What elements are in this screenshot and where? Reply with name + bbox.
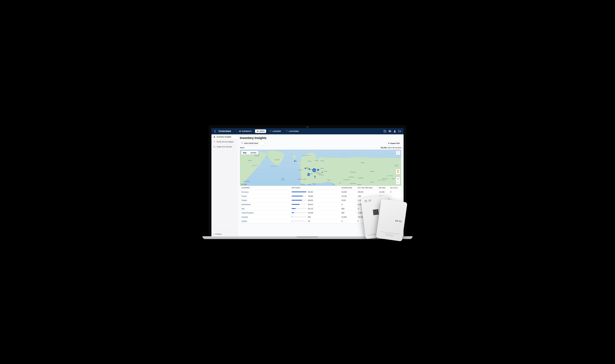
entered-cell: 654 bbox=[340, 207, 356, 211]
table-row: Iceland1922 bbox=[240, 219, 401, 223]
left-cell: -2,200 bbox=[356, 198, 377, 202]
table-row: Netherlands50,9120-9,321 bbox=[240, 202, 401, 207]
map-bubble[interactable] bbox=[308, 168, 310, 170]
sidebar-collapse[interactable]: «Collapse bbox=[211, 232, 237, 236]
unit-count-cell: 19 bbox=[290, 219, 340, 223]
map-type-toggle[interactable]: Map Satellite bbox=[241, 151, 258, 155]
col-left-used[interactable]: LEFT AND USED (30D) bbox=[356, 186, 377, 190]
sidebar-item-inventory-insights[interactable]: ▥Inventory Insights bbox=[211, 134, 237, 140]
table-row: France70,50110,110-100+10,010- bbox=[240, 194, 401, 198]
unit-count-cell: 923 bbox=[290, 215, 340, 219]
truck-icon: 🚚 bbox=[239, 130, 241, 132]
user-icon[interactable] bbox=[393, 130, 396, 133]
map-panel: Hudson Bay Labrador Sea Norwegian Sea No… bbox=[240, 149, 401, 223]
zoom-control: + − bbox=[396, 177, 400, 184]
unit-count-cell: 65,821 bbox=[290, 198, 340, 202]
col-countries[interactable]: COUNTRIES bbox=[240, 186, 290, 190]
country-link[interactable]: United Kingdom bbox=[240, 211, 290, 215]
col-unit-count[interactable]: UNIT COUNT bbox=[290, 186, 340, 190]
net-cell bbox=[377, 215, 389, 219]
search-input[interactable] bbox=[240, 141, 267, 145]
net-cell bbox=[377, 219, 389, 223]
map-bubble[interactable] bbox=[317, 169, 319, 171]
col-entered[interactable]: ENTERED (30D) bbox=[340, 186, 356, 190]
left-cell: -4 bbox=[356, 207, 377, 211]
sparkle-icon: ✦ bbox=[213, 141, 215, 143]
unit-count-cell: 50,912 bbox=[290, 202, 340, 207]
google-logo: Google bbox=[241, 183, 247, 185]
table-row: United Kingdom15,019932-1,032 bbox=[240, 211, 401, 215]
svg-text:?: ? bbox=[384, 130, 385, 132]
left-cell: -1,032 bbox=[356, 211, 377, 215]
nav-loggers[interactable]: 📟LOGGERS bbox=[268, 130, 283, 133]
entered-cell: 16,202 bbox=[340, 190, 356, 194]
country-link[interactable]: Hungary bbox=[240, 215, 290, 219]
unit-count-cell: 15,019 bbox=[290, 211, 340, 215]
page-title: Inventory Insights bbox=[240, 136, 401, 140]
brand-text: Controlant bbox=[219, 130, 231, 133]
entered-cell: 10,110 bbox=[340, 194, 356, 198]
unit-count-cell: 70,501 bbox=[290, 194, 340, 198]
table-row: Italy25,111654-4 bbox=[240, 207, 401, 211]
map[interactable]: Hudson Bay Labrador Sea Norwegian Sea No… bbox=[240, 150, 401, 186]
laptop-camera bbox=[307, 127, 308, 128]
days-cell bbox=[389, 207, 401, 211]
map-bubble[interactable] bbox=[305, 168, 306, 169]
logger-icon: 📟 bbox=[270, 130, 272, 132]
countries-table: COUNTRIES UNIT COUNT ENTERED (30D) LEFT … bbox=[240, 186, 401, 223]
nav-units[interactable]: 📦UNITS bbox=[255, 130, 266, 133]
help-icon[interactable]: ? bbox=[383, 130, 386, 133]
days-cell bbox=[389, 219, 401, 223]
nav-shipments[interactable]: 🚚SHIPMENTS bbox=[237, 130, 253, 133]
chevron-left-icon: « bbox=[213, 233, 214, 235]
entered-cell: 5,201 bbox=[340, 198, 356, 202]
country-link[interactable]: Iceland bbox=[240, 219, 290, 223]
export-csv-button[interactable]: ⬇ Export CSV bbox=[386, 141, 401, 145]
sidebar-item-single-unit[interactable]: (•)Single Unit Lifecycle bbox=[211, 144, 237, 149]
country-link[interactable]: Poland bbox=[240, 198, 290, 202]
left-cell: -9,321 bbox=[356, 202, 377, 207]
summary-text: 321,291 units in 8 countries bbox=[380, 147, 401, 149]
svg-point-2 bbox=[394, 130, 395, 131]
map-toggle-map[interactable]: Map bbox=[241, 151, 248, 155]
pegman-icon[interactable] bbox=[396, 169, 400, 174]
entered-cell: 0 bbox=[340, 202, 356, 207]
nav-locations[interactable]: 📍LOCATIONS bbox=[284, 130, 300, 133]
table-row: Poland65,8215,201-2,200 bbox=[240, 198, 401, 202]
logout-icon[interactable] bbox=[398, 130, 401, 133]
laptop-base bbox=[202, 236, 413, 239]
map-toggle-satellite[interactable]: Satellite bbox=[248, 151, 258, 155]
chart-icon: ▥ bbox=[213, 136, 215, 138]
days-cell: 4 bbox=[389, 190, 401, 194]
days-cell: - bbox=[389, 194, 401, 198]
map-bubble[interactable]: 70,501 bbox=[307, 173, 310, 176]
pin-icon: 📍 bbox=[286, 130, 288, 132]
days-cell bbox=[389, 202, 401, 207]
map-bubble[interactable] bbox=[314, 176, 316, 177]
country-link[interactable]: Germany bbox=[240, 190, 290, 194]
fullscreen-icon[interactable]: ⛶ bbox=[396, 151, 400, 155]
table-row: Germany94,29116,202-28.442-12,2424 bbox=[240, 190, 401, 194]
entered-cell: 16,202 bbox=[340, 215, 356, 219]
col-net[interactable]: NET (30D) bbox=[377, 186, 389, 190]
country-link[interactable]: Netherlands bbox=[240, 202, 290, 207]
brand: Controlant bbox=[214, 130, 231, 133]
col-est-days[interactable]: EST. DAYS* bbox=[389, 186, 401, 190]
days-cell bbox=[389, 215, 401, 219]
download-icon: ⬇ bbox=[388, 143, 390, 144]
gear-icon[interactable] bbox=[388, 130, 391, 133]
zoom-in-button[interactable]: + bbox=[396, 177, 400, 181]
net-cell bbox=[377, 207, 389, 211]
country-link[interactable]: France bbox=[240, 194, 290, 198]
left-cell: 2 bbox=[356, 219, 377, 223]
map-bubble[interactable]: 94,291 bbox=[312, 168, 316, 172]
zoom-out-button[interactable]: − bbox=[396, 181, 400, 184]
sidebar-item-pou-insights[interactable]: ✦Points Of Use Insights bbox=[211, 140, 237, 144]
map-bubble[interactable] bbox=[294, 160, 296, 162]
net-cell bbox=[377, 202, 389, 207]
country-link[interactable]: Italy bbox=[240, 207, 290, 211]
net-cell bbox=[377, 198, 389, 202]
breadcrumb: World bbox=[240, 147, 244, 149]
map-bubble[interactable] bbox=[322, 172, 323, 173]
net-cell: -12,242 bbox=[377, 190, 389, 194]
